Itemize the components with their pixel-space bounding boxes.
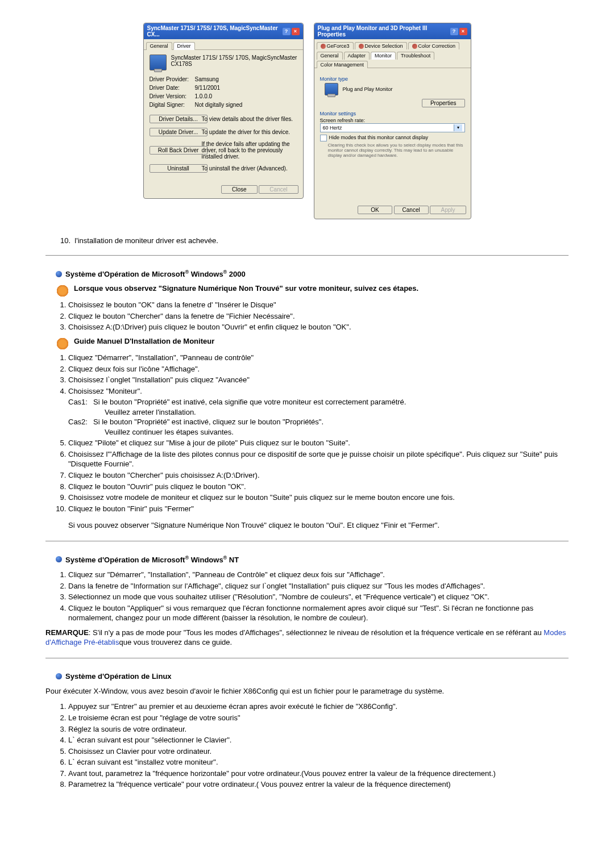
signature-warning-heading: Lorsque vous observez "Signature Numériq… bbox=[74, 284, 418, 293]
properties-button[interactable]: Properties bbox=[422, 99, 465, 107]
hide-modes-note: Clearing this check box allows you to se… bbox=[328, 143, 465, 158]
monitor-type-label: Monitor type bbox=[320, 76, 465, 82]
close-icon[interactable]: × bbox=[292, 28, 300, 35]
dialog1-titlebar: SyncMaster 171S/ 175S/ 170S, MagicSyncMa… bbox=[144, 23, 303, 39]
value-version: 1.0.0.0 bbox=[195, 93, 297, 99]
driver-details-button[interactable]: Driver Details... bbox=[150, 115, 208, 123]
bullet-icon bbox=[56, 271, 62, 277]
help-icon[interactable]: ? bbox=[450, 28, 458, 35]
tab-troubleshoot[interactable]: Troubleshoot bbox=[397, 52, 434, 60]
dialog2-title: Plug and Play Monitor and 3D Prophet III… bbox=[318, 25, 450, 37]
linux-intro: Pour éxécuter X-Window, vous avez besoin… bbox=[45, 686, 569, 696]
manual-install-heading: Guide Manuel D'Installation de Moniteur bbox=[74, 337, 214, 345]
monitor-icon bbox=[150, 55, 167, 70]
dialog1-tabs: General Driver bbox=[144, 39, 303, 50]
winnt-remark: REMARQUE: S'il n'y a pas de mode pour "T… bbox=[45, 628, 569, 648]
monitor-icon bbox=[325, 83, 338, 95]
heading-linux: Système d'Opération de Linux bbox=[56, 672, 569, 681]
monitor-settings-label: Monitor settings bbox=[320, 111, 465, 116]
tab-general[interactable]: General bbox=[146, 42, 172, 50]
winnt-steps: Cliquez sur "Démarrer", "Installation", … bbox=[57, 570, 569, 623]
bullet-icon bbox=[56, 556, 62, 562]
value-signer: Not digitally signed bbox=[195, 102, 297, 108]
label-version: Driver Version: bbox=[150, 93, 195, 99]
win2000-guide-steps: Cliquez "Démarrer", "Installation", "Pan… bbox=[57, 353, 569, 531]
monitor-properties-dialog: Plug and Play Monitor and 3D Prophet III… bbox=[314, 23, 471, 219]
heading-winnt: Système d'Opération de Microsoft® Window… bbox=[56, 555, 569, 564]
cancel-button: Cancel bbox=[259, 185, 298, 194]
update-driver-desc: To update the driver for this device. bbox=[202, 129, 297, 135]
hide-modes-label: Hide modes that this monitor cannot disp… bbox=[329, 135, 429, 140]
nvidia-icon bbox=[412, 44, 417, 49]
gear-icon bbox=[56, 337, 69, 350]
value-date: 9/11/2001 bbox=[195, 85, 297, 91]
ok-button[interactable]: OK bbox=[358, 206, 392, 214]
divider bbox=[45, 255, 569, 256]
gear-icon bbox=[56, 284, 69, 298]
rollback-driver-button[interactable]: Roll Back Driver bbox=[150, 146, 208, 155]
chevron-down-icon[interactable]: ▾ bbox=[454, 124, 462, 131]
tab-device-selection[interactable]: Device Selection bbox=[355, 42, 407, 49]
refresh-rate-label: Screen refresh rate: bbox=[320, 118, 465, 123]
cancel-button[interactable]: Cancel bbox=[394, 206, 429, 214]
product-name: SyncMaster 171S/ 175S/ 170S, MagicSyncMa… bbox=[171, 55, 297, 67]
dialog1-title: SyncMaster 171S/ 175S/ 170S, MagicSyncMa… bbox=[147, 25, 283, 37]
apply-button: Apply bbox=[430, 206, 466, 214]
refresh-rate-select[interactable]: 60 Hertz ▾ bbox=[320, 123, 465, 132]
uninstall-button[interactable]: Uninstall bbox=[150, 164, 208, 173]
label-date: Driver Date: bbox=[150, 85, 195, 91]
label-provider: Driver Provider: bbox=[150, 76, 195, 82]
nvidia-icon bbox=[321, 44, 326, 49]
driver-details-desc: To view details about the driver files. bbox=[202, 116, 297, 122]
label-signer: Digital Signer: bbox=[150, 102, 195, 108]
value-provider: Samsung bbox=[195, 76, 297, 82]
tab-color-correction[interactable]: Color Correction bbox=[408, 42, 460, 49]
heading-win2000: Système d'Opération de Microsoft® Window… bbox=[56, 269, 569, 278]
divider bbox=[45, 658, 569, 658]
tab-adapter[interactable]: Adapter bbox=[344, 52, 370, 60]
tab-general[interactable]: General bbox=[317, 52, 343, 60]
step-10: 10. l'installation de moniteur driver es… bbox=[60, 236, 569, 245]
nvidia-icon bbox=[359, 44, 364, 49]
rollback-driver-desc: If the device fails after updating the d… bbox=[202, 141, 297, 160]
dialog2-titlebar: Plug and Play Monitor and 3D Prophet III… bbox=[314, 23, 471, 39]
help-icon[interactable]: ? bbox=[283, 28, 291, 35]
dialog-screenshots-row: SyncMaster 171S/ 175S/ 170S, MagicSyncMa… bbox=[45, 23, 569, 219]
bullet-icon bbox=[56, 673, 62, 679]
update-driver-button[interactable]: Update Driver... bbox=[150, 128, 208, 136]
close-button[interactable]: Close bbox=[221, 185, 258, 194]
uninstall-desc: To uninstall the driver (Advanced). bbox=[202, 165, 297, 172]
hide-modes-checkbox[interactable] bbox=[320, 135, 327, 141]
divider bbox=[45, 541, 569, 541]
driver-properties-dialog: SyncMaster 171S/ 175S/ 170S, MagicSyncMa… bbox=[143, 23, 304, 199]
tab-monitor[interactable]: Monitor bbox=[371, 52, 396, 60]
tab-geforce3[interactable]: GeForce3 bbox=[317, 42, 354, 49]
close-icon[interactable]: × bbox=[459, 28, 467, 35]
win2000-sig-steps: Choisissez le bouton "OK" dans la fenetr… bbox=[57, 300, 569, 332]
tab-color-mgmt[interactable]: Color Management bbox=[317, 61, 368, 68]
linux-steps: Appuyez sur "Entrer" au premier et au de… bbox=[57, 702, 569, 789]
tab-driver[interactable]: Driver bbox=[173, 42, 195, 50]
monitor-type-value: Plug and Play Monitor bbox=[343, 86, 465, 92]
